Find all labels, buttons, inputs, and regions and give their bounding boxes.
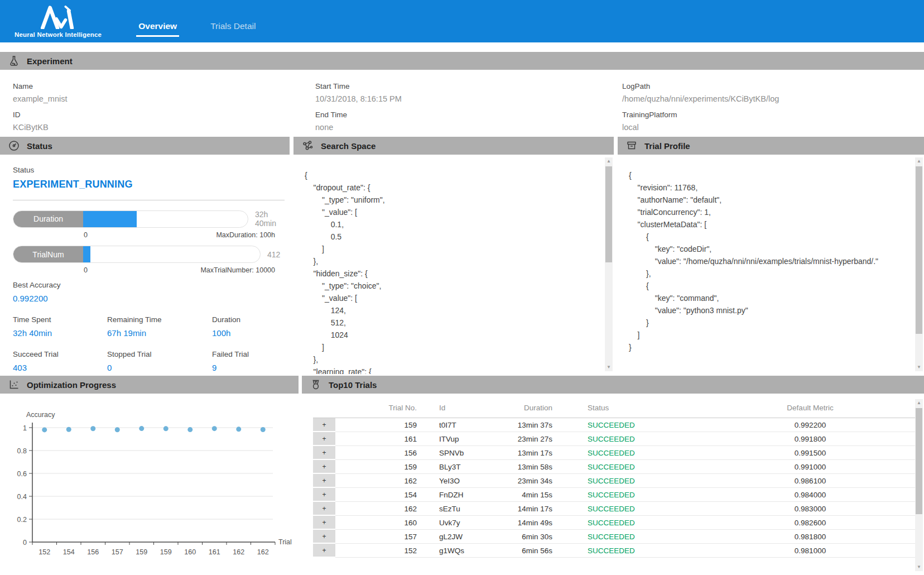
tab-trials-detail[interactable]: Trials Detail <box>208 18 258 37</box>
trial-status-cell: SUCCEEDED <box>566 544 700 558</box>
search-space-body: { "dropout_rate": { "_type": "uniform", … <box>293 155 614 374</box>
trial-metric-cell: 0.981800 <box>700 530 921 544</box>
experiment-panel-header: Experiment <box>0 52 924 70</box>
y-tick-label: 0.6 <box>17 470 27 478</box>
trial-metric-cell: 0.991800 <box>700 432 921 446</box>
trial-profile-scrollbar[interactable]: ▲ ▼ <box>915 157 923 371</box>
experiment-details: Name example_mnist ID KCiBytKB Start Tim… <box>0 70 924 137</box>
x-tick-label: 160 <box>184 548 196 556</box>
trial-no-cell: 161 <box>335 432 424 446</box>
trial-status-cell: SUCCEEDED <box>566 474 700 488</box>
trial-profile-panel: Trial Profile { "revision": 11768, "auth… <box>618 137 924 374</box>
expand-trial-button[interactable]: + <box>313 432 335 446</box>
scroll-up-icon[interactable]: ▲ <box>915 399 923 407</box>
table-row: + 156 SPNVb 13min 17s SUCCEEDED 0.991500 <box>313 446 921 460</box>
x-tick-label: 159 <box>136 548 147 556</box>
scrollbar-thumb[interactable] <box>916 166 922 334</box>
scroll-down-icon[interactable]: ▼ <box>605 363 613 371</box>
x-tick-label: 162 <box>257 548 269 556</box>
graph-nodes-icon <box>302 140 314 151</box>
field-name: Name example_mnist <box>13 82 315 103</box>
table-row: + 162 sEzTu 14min 17s SUCCEEDED 0.983000 <box>313 502 921 516</box>
trial-duration-cell: 6min 30s <box>502 530 566 544</box>
trial-metric-cell: 0.983000 <box>700 502 921 516</box>
scrollbar-thumb[interactable] <box>916 408 922 514</box>
duration-bar-scale: 0 MaxDuration: 100h <box>13 231 275 239</box>
experiment-status-value: EXPERIMENT_RUNNING <box>13 179 290 190</box>
top10-trials-table: Trial No. Id Duration Status Default Met… <box>313 398 921 558</box>
scroll-up-icon[interactable]: ▲ <box>915 157 923 165</box>
trial-id-cell: t0I7T <box>424 418 502 432</box>
trial-id-cell: ITVup <box>424 432 502 446</box>
trial-status-cell: SUCCEEDED <box>566 418 700 432</box>
expand-trial-button[interactable]: + <box>313 418 335 432</box>
trialnum-progress-fill <box>83 246 90 262</box>
expand-trial-button[interactable]: + <box>313 460 335 474</box>
field-id: ID KCiBytKB <box>13 111 315 132</box>
scrollbar-thumb[interactable] <box>605 166 612 262</box>
trial-metric-cell: 0.981000 <box>700 544 921 558</box>
scroll-down-icon[interactable]: ▼ <box>915 363 923 371</box>
duration-progress: Duration 32h 40min <box>13 210 290 228</box>
stat-duration: Duration 100h <box>212 315 290 338</box>
search-space-panel: Search Space { "dropout_rate": { "_type"… <box>293 137 614 374</box>
x-tick-label: 156 <box>87 548 99 556</box>
top10-table-body: + 159 t0I7T 13min 37s SUCCEEDED 0.992200… <box>313 418 921 558</box>
trial-status-cell: SUCCEEDED <box>566 432 700 446</box>
trialnum-bar-scale: 0 MaxTrialNumber: 10000 <box>13 266 275 274</box>
scatter-point <box>42 427 47 432</box>
trial-status-cell: SUCCEEDED <box>566 446 700 460</box>
trial-profile-title: Trial Profile <box>644 141 690 151</box>
trial-id-cell: Uvk7y <box>424 516 502 530</box>
top10-title: Top10 Trials <box>329 380 377 390</box>
trial-status-cell: SUCCEEDED <box>566 516 700 530</box>
expand-trial-button[interactable]: + <box>313 474 335 488</box>
archive-box-icon <box>626 140 637 151</box>
y-axis-title: Accuracy <box>26 411 55 419</box>
expand-trial-button[interactable]: + <box>313 530 335 544</box>
table-row: + 159 BLy3T 13min 58s SUCCEEDED 0.991000 <box>313 460 921 474</box>
search-space-panel-header: Search Space <box>293 137 614 155</box>
scroll-down-icon[interactable]: ▼ <box>915 563 923 571</box>
table-row: + 157 gL2JW 6min 30s SUCCEEDED 0.981800 <box>313 530 921 544</box>
expand-trial-button[interactable]: + <box>313 446 335 460</box>
trialnum-progress: TrialNum 412 <box>13 246 290 263</box>
table-row: + 159 t0I7T 13min 37s SUCCEEDED 0.992200 <box>313 418 921 432</box>
trial-id-cell: sEzTu <box>424 502 502 516</box>
status-panel-header: Status <box>0 137 290 155</box>
scroll-up-icon[interactable]: ▲ <box>605 157 613 165</box>
trial-duration-cell: 13min 17s <box>502 446 566 460</box>
expand-trial-button[interactable]: + <box>313 502 335 516</box>
trial-duration-cell: 6min 56s <box>502 544 566 558</box>
expand-trial-button[interactable]: + <box>313 516 335 530</box>
trial-id-cell: YeI3O <box>424 474 502 488</box>
trial-duration-cell: 13min 37s <box>502 418 566 432</box>
stat-time-spent: Time Spent 32h 40min <box>13 315 107 338</box>
gauge-icon <box>8 140 20 151</box>
search-space-scrollbar[interactable]: ▲ ▼ <box>605 157 613 371</box>
y-tick-label: 0.2 <box>17 516 27 524</box>
trial-metric-cell: 0.992200 <box>700 418 921 432</box>
experiment-col-3: LogPath /home/quzha/nni/experiments/KCiB… <box>622 82 924 139</box>
expand-trial-button[interactable]: + <box>313 544 335 558</box>
brand-text: Neural Network Intelligence <box>15 31 102 38</box>
tab-overview[interactable]: Overview <box>136 18 179 37</box>
medal-icon <box>310 379 321 390</box>
table-row: + 160 Uvk7y 14min 49s SUCCEEDED 0.982600 <box>313 516 921 530</box>
expand-column-header <box>313 398 335 418</box>
nni-brand: Neural Network Intelligence <box>15 6 102 42</box>
top10-scrollbar[interactable]: ▲ ▼ <box>915 399 923 571</box>
scatter-point <box>90 426 95 431</box>
expand-trial-button[interactable]: + <box>313 488 335 502</box>
trialnum-bar-label: TrialNum <box>13 246 83 262</box>
scatter-point <box>115 427 120 432</box>
trial-id-cell: FnDZH <box>424 488 502 502</box>
trial-id-cell: SPNVb <box>424 446 502 460</box>
table-row: + 154 FnDZH 4min 15s SUCCEEDED 0.984000 <box>313 488 921 502</box>
trial-status-cell: SUCCEEDED <box>566 530 700 544</box>
trial-profile-body: { "revision": 11768, "authorName": "defa… <box>618 155 924 374</box>
divider <box>13 200 285 200</box>
flask-icon <box>8 55 20 66</box>
nni-logo-icon <box>41 6 75 31</box>
trial-status-cell: SUCCEEDED <box>566 460 700 474</box>
